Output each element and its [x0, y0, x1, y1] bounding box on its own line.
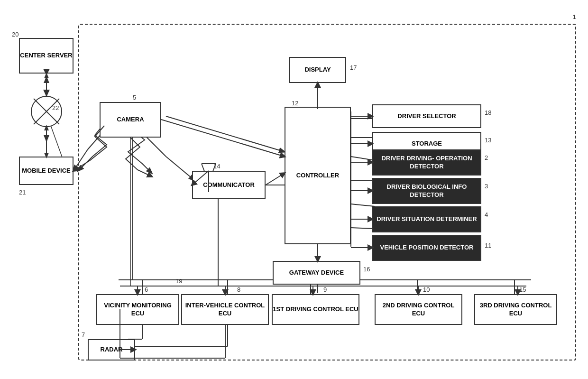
ref-camera: 5: [133, 94, 136, 101]
display-line: [315, 83, 320, 109]
ref-driver-driving: 2: [485, 154, 488, 161]
ref-third-driving-ecu: 15: [519, 286, 526, 293]
gateway-block: GATEWAY DEVICE: [273, 261, 360, 285]
ref-1: 1: [573, 13, 576, 20]
ref-first-driving-ecu: 9: [323, 286, 327, 293]
ref-mobile: 21: [19, 189, 26, 196]
vicinity-ecu-block: VICINITY MONITORING ECU: [96, 294, 179, 325]
driver-driving-block: DRIVER DRIVING- OPERATION DETECTOR: [372, 149, 481, 176]
ref-bus: 19: [175, 277, 182, 285]
first-driving-ecu-block: 1ST DRIVING CONTROL ECU: [272, 294, 359, 325]
network-symbol: [30, 95, 63, 128]
ref-second-driving-ecu: 10: [423, 286, 430, 293]
ref-gateway: 16: [363, 266, 370, 273]
ref-vicinity-ecu: 6: [145, 286, 148, 293]
driver-situation-block: DRIVER SITUATION DETERMINER: [372, 206, 481, 232]
vehicle-position-block: VEHICLE POSITION DETECTOR: [372, 235, 481, 261]
communicator-block: COMMUNICATOR: [192, 171, 266, 199]
camera-block: CAMERA: [100, 102, 161, 138]
third-driving-ecu-block: 3RD DRIVING CONTROL ECU: [474, 294, 557, 325]
ref-network: 22: [52, 104, 59, 111]
center-server-block: CENTER SERVER: [19, 38, 74, 74]
ref-driver-situation: 4: [485, 211, 488, 218]
driver-biological-block: DRIVER BIOLOGICAL INFO DETECTOR: [372, 178, 481, 204]
ref-vehicle-position: 11: [485, 242, 491, 249]
display-block: DISPLAY: [289, 57, 346, 83]
diagram: 1: [5, 9, 583, 370]
ref-storage: 13: [485, 137, 491, 144]
ref-center-server: 20: [12, 31, 18, 38]
ref-inter-vehicle-ecu: 8: [237, 286, 240, 293]
inter-vehicle-ecu-block: INTER-VEHICLE CONTROL ECU: [181, 294, 269, 325]
ref-driver-selector: 18: [485, 109, 491, 116]
ref-driver-biological: 3: [485, 183, 488, 190]
svg-marker-33: [44, 135, 49, 142]
ref-radar: 7: [82, 331, 85, 338]
driver-selector-block: DRIVER SELECTOR: [372, 104, 481, 128]
svg-marker-32: [44, 76, 49, 83]
ref-display: 17: [350, 64, 357, 71]
ref-communicator: 14: [213, 163, 220, 170]
second-driving-ecu-block: 2ND DRIVING CONTROL ECU: [375, 294, 462, 325]
radar-block: RADAR: [88, 339, 135, 361]
ref-controller: 12: [292, 100, 298, 107]
mobile-device-block: MOBILE DEVICE: [19, 157, 74, 185]
controller-block: CONTROLLER: [285, 107, 351, 244]
